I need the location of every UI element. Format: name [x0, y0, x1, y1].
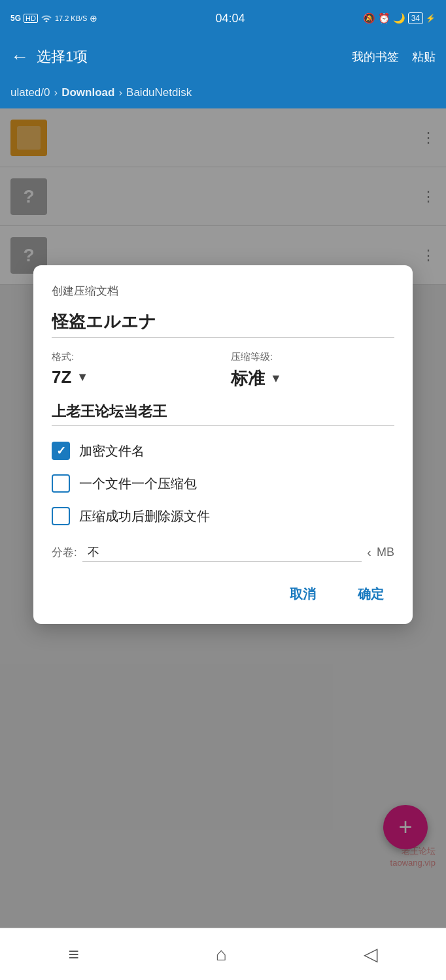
split-decrement-icon[interactable]: ‹ [367, 545, 371, 560]
dialog-title: 创建压缩文档 [52, 284, 394, 299]
encrypt-filename-row: ✓ 加密文件名 [52, 442, 394, 460]
confirm-button[interactable]: 确定 [347, 580, 394, 608]
checkmark-icon: ✓ [56, 444, 66, 458]
split-label: 分卷: [52, 545, 77, 560]
alarm-icon: ⏰ [378, 12, 390, 24]
encrypt-filename-checkbox[interactable]: ✓ [52, 442, 70, 460]
create-archive-dialog: 创建压缩文档 格式: 7Z ▼ 压缩等级: 标准 ▼ [33, 265, 413, 624]
vpn-icon: ⊕ [90, 13, 97, 24]
nav-actions: 我的书签 粘贴 [352, 49, 436, 65]
compression-select[interactable]: 标准 ▼ [231, 367, 394, 390]
delete-source-checkbox[interactable] [52, 507, 70, 525]
breadcrumb-part3[interactable]: BaiduNetdisk [126, 86, 192, 99]
one-file-per-archive-row: 一个文件一个压缩包 [52, 474, 394, 493]
status-left: 5G HD 17.2 KB/S ⊕ [10, 13, 97, 24]
back-button[interactable]: ← [10, 46, 29, 67]
breadcrumb-sep2: › [118, 86, 122, 99]
bottom-nav-home[interactable]: ⌂ [216, 944, 227, 965]
dialog-overlay: 创建压缩文档 格式: 7Z ▼ 压缩等级: 标准 ▼ [0, 108, 446, 928]
breadcrumb-sep1: › [54, 86, 58, 99]
dialog-buttons: 取消 确定 [52, 580, 394, 608]
one-file-per-archive-checkbox[interactable] [52, 474, 70, 493]
bottom-nav-menu[interactable]: ≡ [68, 944, 78, 965]
mute-icon: 🔕 [363, 12, 375, 24]
format-select[interactable]: 7Z ▼ [52, 367, 215, 387]
one-file-per-archive-label: 一个文件一个压缩包 [79, 475, 197, 493]
split-volume-row: 分卷: ‹ MB [52, 540, 394, 562]
time-display: 04:04 [216, 12, 245, 25]
nav-title: 选择1项 [37, 47, 352, 67]
battery-level: 34 [408, 12, 423, 24]
signal-icon: 5G [10, 14, 21, 23]
file-list: ⋮ ? ⋮ ? ⋮ 创建压缩文档 [0, 108, 446, 928]
filename-input[interactable] [52, 312, 394, 338]
encrypt-filename-label: 加密文件名 [79, 442, 145, 460]
top-nav: ← 选择1项 我的书签 粘贴 [0, 37, 446, 77]
split-input[interactable] [82, 542, 362, 562]
format-value: 7Z [52, 367, 71, 387]
bottom-nav-back[interactable]: ◁ [364, 943, 378, 965]
compression-value: 标准 [231, 367, 265, 390]
cancel-button[interactable]: 取消 [279, 580, 326, 608]
compression-dropdown-arrow: ▼ [270, 372, 282, 385]
format-row: 格式: 7Z ▼ 压缩等级: 标准 ▼ [52, 351, 394, 390]
breadcrumb-part2[interactable]: Download [61, 86, 114, 99]
format-label: 格式: [52, 351, 215, 363]
bottom-nav: ≡ ⌂ ◁ [0, 928, 446, 980]
speed-label: 17.2 KB/S [55, 14, 88, 22]
status-right: 🔕 ⏰ 🌙 34 ⚡ [363, 12, 436, 24]
split-unit: MB [377, 546, 394, 559]
breadcrumb-part1[interactable]: ulated/0 [10, 86, 50, 99]
wifi-icon [41, 13, 52, 24]
bookmark-button[interactable]: 我的书签 [352, 49, 399, 65]
compression-group: 压缩等级: 标准 ▼ [231, 351, 394, 390]
password-input[interactable] [52, 403, 394, 426]
delete-source-label: 压缩成功后删除源文件 [79, 508, 210, 525]
moon-icon: 🌙 [393, 12, 405, 24]
compression-label: 压缩等级: [231, 351, 394, 363]
status-bar: 5G HD 17.2 KB/S ⊕ 04:04 🔕 ⏰ 🌙 34 ⚡ [0, 0, 446, 37]
battery-bolt: ⚡ [426, 14, 436, 23]
paste-button[interactable]: 粘贴 [412, 49, 436, 65]
delete-source-row: 压缩成功后删除源文件 [52, 507, 394, 525]
hd-badge: HD [24, 14, 38, 23]
format-dropdown-arrow: ▼ [77, 370, 88, 384]
format-group: 格式: 7Z ▼ [52, 351, 215, 387]
breadcrumb: ulated/0 › Download › BaiduNetdisk [0, 77, 446, 108]
